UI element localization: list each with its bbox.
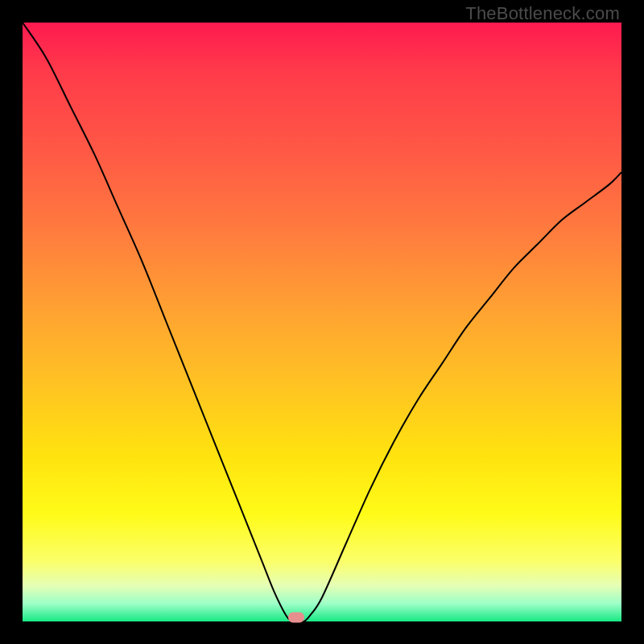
watermark-text: TheBottleneck.com	[465, 3, 620, 24]
bottleneck-curve	[23, 23, 621, 621]
optimal-point-marker	[288, 612, 304, 622]
chart-frame: TheBottleneck.com	[0, 0, 644, 644]
plot-area	[23, 23, 621, 621]
